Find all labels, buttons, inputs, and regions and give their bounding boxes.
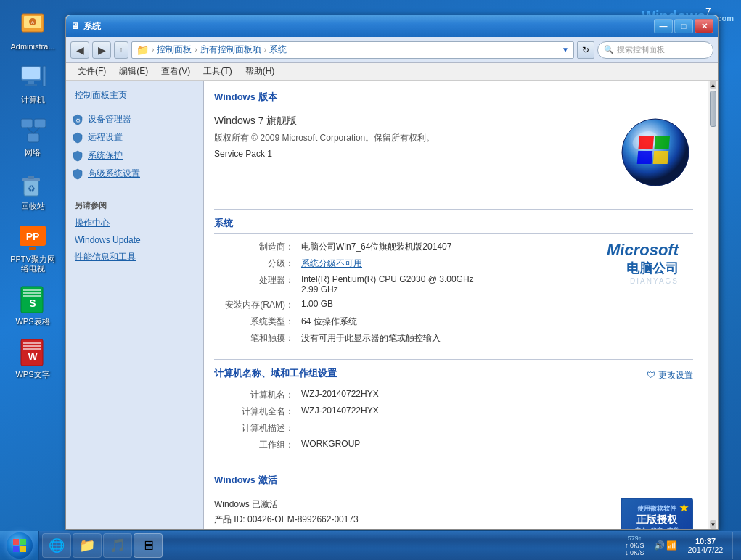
maximize-button[interactable]: □: [674, 19, 693, 33]
system-info-container: Microsoft 电脑公司 DIANYAGS 制造商： 电脑公司Win7_64…: [214, 241, 693, 345]
activation-status: Windows 已激活: [214, 498, 359, 511]
info-row-ram: 安装内存(RAM)： 1.00 GB: [214, 299, 693, 311]
taskbar-control-panel-icon[interactable]: 🖥: [134, 533, 163, 558]
svg-rect-9: [21, 119, 33, 128]
menu-bar: 文件(F) 编辑(E) 查看(V) 工具(T) 帮助(H): [66, 63, 718, 81]
svg-rect-10: [34, 119, 46, 128]
computer-icon-label: 计算机: [21, 95, 45, 104]
info-row-workgroup: 工作组： WORKGROUP: [214, 439, 693, 451]
computer-icon: [18, 63, 47, 92]
address-system[interactable]: 系统: [269, 44, 287, 56]
sidebar-action-center[interactable]: 操作中心: [66, 214, 203, 232]
copyright-label: 版权所有 © 2009 Microsoft Corporation。保留所有权利…: [214, 132, 613, 144]
desktop: A Administra... 计算机: [0, 0, 741, 560]
sidebar-remote-settings[interactable]: 远程设置: [66, 128, 203, 147]
menu-edit[interactable]: 编辑(E): [113, 64, 154, 79]
back-button[interactable]: ◀: [70, 41, 89, 59]
content-panel: Windows 版本 Windows 7 旗舰版 版权所有 © 2009 Mic…: [204, 81, 718, 529]
network-icon-label: 网络: [25, 148, 41, 157]
change-settings-button[interactable]: 🛡 更改设置: [647, 369, 693, 382]
refresh-button[interactable]: ↻: [577, 41, 594, 59]
divider-3: [214, 466, 693, 466]
scrollbar-down[interactable]: ▼: [710, 520, 716, 529]
value-workgroup: WORKGROUP: [301, 439, 693, 449]
windows-globe-svg: [613, 115, 693, 194]
desktop-icon-pptv[interactable]: PP PPTV聚力网络电视: [7, 220, 58, 276]
address-folder-icon: 📁: [136, 44, 149, 56]
search-box[interactable]: 🔍 搜索控制面板: [597, 41, 713, 59]
desktop-icon-wps-s[interactable]: S WPS表格: [7, 282, 58, 329]
svg-rect-29: [23, 348, 41, 350]
taskbar-explorer-icon[interactable]: 📁: [73, 533, 102, 558]
desktop-icons: A Administra... 计算机: [7, 7, 58, 383]
pptv-icon: PP: [18, 223, 47, 252]
svg-rect-24: [23, 295, 41, 297]
address-control-panel[interactable]: 控制面板: [157, 44, 192, 56]
label-ram: 安装内存(RAM)：: [214, 299, 301, 311]
clock-date: 2014/7/22: [688, 545, 724, 554]
badge-star-icon: ★: [679, 502, 689, 514]
info-row-systype: 系统类型： 64 位操作系统: [214, 316, 693, 328]
scrollbar[interactable]: ▲ ▼: [708, 81, 718, 529]
system-info-section: 系统 Microsoft 电脑公司 DIANYAGS 制造商：: [214, 217, 693, 345]
menu-view[interactable]: 查看(V): [155, 64, 196, 79]
label-description: 计算机描述：: [214, 422, 301, 435]
sidebar-main-link[interactable]: 控制面板主页: [66, 86, 203, 104]
title-bar: 🖥 系统 — □ ✕: [66, 15, 718, 37]
label-workgroup: 工作组：: [214, 439, 301, 451]
shield-icon-2: [72, 132, 83, 144]
windows-orb-icon: [12, 538, 28, 553]
sidebar-performance[interactable]: 性能信息和工具: [66, 248, 203, 266]
menu-help[interactable]: 帮助(H): [240, 64, 281, 79]
windows-version-title: Windows 版本: [214, 91, 693, 107]
network-tray-icon[interactable]: 📶: [666, 540, 677, 551]
value-compname: WZJ-20140722HYX: [301, 389, 693, 399]
forward-button[interactable]: ▶: [92, 41, 111, 59]
sidebar-device-manager[interactable]: ⚙ 设备管理器: [66, 110, 203, 128]
close-button[interactable]: ✕: [695, 19, 713, 33]
desktop-icon-network[interactable]: 网络: [7, 113, 58, 160]
product-id: 产品 ID: 00426-OEM-8992662-00173: [214, 514, 359, 526]
desktop-icon-wps-w[interactable]: W WPS文字: [7, 335, 58, 382]
computer-section-title: 计算机名称、域和工作组设置: [214, 367, 337, 383]
clock-time: 10:37: [695, 537, 716, 545]
menu-file[interactable]: 文件(F): [72, 64, 112, 79]
recycle-icon-label: 回收站: [21, 202, 45, 211]
also-see-title: 另请参阅: [66, 194, 203, 214]
scrollbar-thumb[interactable]: [710, 91, 716, 127]
version-info: Windows 7 旗舰版 版权所有 © 2009 Microsoft Corp…: [214, 115, 613, 194]
desktop-icon-recycle[interactable]: ♻ 回收站: [7, 167, 58, 214]
main-content: 控制面板主页 ⚙ 设备管理器 远程设置: [66, 81, 718, 529]
taskbar-clock[interactable]: 10:37 2014/7/22: [680, 537, 731, 554]
sound-icon[interactable]: 🔊: [654, 540, 665, 551]
taskbar-ie-icon[interactable]: 🌐: [42, 533, 71, 558]
address-all-items[interactable]: 所有控制面板项: [200, 44, 261, 56]
menu-tools[interactable]: 工具(T): [197, 64, 237, 79]
show-desktop-button[interactable]: [732, 532, 738, 559]
desktop-icon-computer[interactable]: 计算机: [7, 60, 58, 107]
activation-section: Windows 激活 Windows 已激活 产品 ID: 00426-OEM-…: [214, 474, 693, 529]
shield-icon-4: [72, 168, 83, 180]
info-row-compname: 计算机名： WZJ-20140722HYX: [214, 389, 693, 401]
up-button[interactable]: ↑: [114, 41, 128, 59]
taskbar-items: 🌐 📁 🎵 🖥: [39, 531, 615, 560]
minimize-button[interactable]: —: [654, 19, 673, 33]
desktop-icon-admin[interactable]: A Administra...: [7, 7, 58, 54]
svg-rect-6: [28, 81, 34, 84]
taskbar-media-icon[interactable]: 🎵: [103, 533, 132, 558]
start-button[interactable]: [0, 531, 39, 560]
scrollbar-up[interactable]: ▲: [710, 81, 716, 89]
svg-text:⚙: ⚙: [75, 118, 81, 124]
wps-w-icon: W: [18, 338, 47, 367]
wps-w-icon-label: WPS文字: [15, 370, 49, 379]
value-systype: 64 位操作系统: [301, 316, 693, 328]
microsoft-text: Microsoft: [607, 241, 679, 260]
sidebar-advanced-settings[interactable]: 高级系统设置: [66, 165, 203, 183]
start-orb: [7, 532, 33, 559]
activation-badge: ★ 使用微软软件 正版授权 安全 稳定 声誉: [621, 498, 693, 529]
pptv-icon-label: PPTV聚力网络电视: [10, 255, 55, 273]
sidebar-windows-update[interactable]: Windows Update: [66, 232, 203, 248]
address-bar[interactable]: 📁 › 控制面板 › 所有控制面板项 › 系统 ▼: [131, 41, 574, 59]
sidebar-system-protection[interactable]: 系统保护: [66, 147, 203, 165]
learn-more-link[interactable]: 联机了解更多内容...: [214, 529, 359, 530]
